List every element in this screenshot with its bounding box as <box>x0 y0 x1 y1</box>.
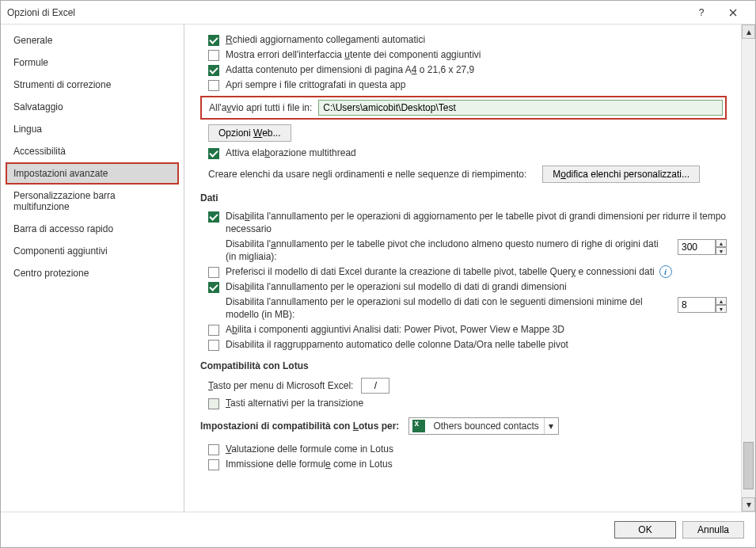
ok-button[interactable]: OK <box>614 521 676 538</box>
web-options-button[interactable]: Opzioni Web... <box>208 124 291 142</box>
pivot-rows-spinner[interactable] <box>678 239 716 255</box>
edit-custom-lists-button[interactable]: Modifica elenchi personalizzati... <box>542 166 700 183</box>
menu-key-input[interactable] <box>361 378 389 394</box>
label-immissione: Immissione delle formule come in Lotus <box>226 458 393 470</box>
help-button[interactable]: ? <box>686 2 717 24</box>
label-mostra: Mostra errori dell'interfaccia utente de… <box>226 48 481 61</box>
chevron-down-icon: ▾ <box>544 418 558 434</box>
checkbox-apri-sempre[interactable] <box>208 80 219 91</box>
nav-lingua[interactable]: Lingua <box>6 118 179 140</box>
heading-dati: Dati <box>200 192 727 204</box>
checkbox-adatta-a4[interactable] <box>208 65 219 76</box>
nav-personalizzazione[interactable]: Personalizzazione barra multifunzione <box>6 185 179 218</box>
label-multithread: Attiva elaborazione multithread <box>226 147 356 159</box>
checkbox-raggruppamento[interactable] <box>208 340 219 351</box>
lotus-sheet-dropdown[interactable]: Others bounced contacts ▾ <box>408 417 558 435</box>
label-preferisci: Preferisci il modello di dati Excel dura… <box>226 265 655 278</box>
checkbox-richiedi-aggiornamento[interactable] <box>208 35 219 46</box>
cancel-button[interactable]: Annulla <box>682 521 744 538</box>
info-icon[interactable]: i <box>659 265 672 278</box>
label-dim-minime: Disabilita l'annullamento per le operazi… <box>208 295 662 321</box>
checkbox-tasti-alternativi[interactable] <box>208 398 219 409</box>
label-compat-per: Impostazioni di compatibilità con Lotus … <box>200 421 399 432</box>
nav-formule[interactable]: Formule <box>6 51 179 74</box>
heading-lotus: Compatibilità con Lotus <box>200 360 727 371</box>
checkbox-preferisci-modello[interactable] <box>208 267 219 278</box>
nav-salvataggio[interactable]: Salvataggio <box>6 96 179 118</box>
checkbox-abilita-analisi[interactable] <box>208 325 219 336</box>
startup-folder-row: All'avvio apri tutti i file in: <box>200 96 727 120</box>
close-icon <box>729 9 737 17</box>
label-creare-elenchi: Creare elenchi da usare negli ordinament… <box>208 169 526 180</box>
checkbox-multithread[interactable] <box>208 148 219 159</box>
label-avvio: All'avvio apri tutti i file in: <box>209 102 312 113</box>
options-panel: Rchiedi aggiornamento collegamenti autom… <box>184 25 739 512</box>
scrollbar-thumb[interactable] <box>743 442 754 489</box>
checkbox-mostra-errori[interactable] <box>208 50 219 61</box>
label-abilita: Abilita i componenti aggiuntivi Analisi … <box>226 323 564 336</box>
label-valutazione: Valutazione delle formule come in Lotus <box>226 443 393 455</box>
spinner-up-icon[interactable]: ▲ <box>716 239 727 247</box>
checkbox-immissione-lotus[interactable] <box>208 459 219 470</box>
nav-centro-protezione[interactable]: Centro protezione <box>6 262 179 284</box>
label-adatta: Adatta contenuto per dimensioni di pagin… <box>226 63 474 76</box>
window-title: Opzioni di Excel <box>7 7 686 18</box>
scrollbar-track[interactable] <box>742 39 755 497</box>
label-tasti-alt: Tasti alternativi per la transizione <box>226 397 363 409</box>
scroll-down-icon[interactable]: ▾ <box>742 497 755 512</box>
label-pivot-numero: Disabilita l'annullamento per le tabelle… <box>208 238 662 263</box>
model-mb-spinner[interactable] <box>678 297 716 313</box>
checkbox-valutazione-lotus[interactable] <box>208 444 219 455</box>
spinner-up-icon[interactable]: ▲ <box>716 297 727 305</box>
close-button[interactable] <box>717 2 749 24</box>
excel-sheet-icon <box>412 420 425 432</box>
label-apri-sempre: Apri sempre i file crittografati in ques… <box>226 78 405 91</box>
checkbox-pivot-grandi[interactable] <box>208 211 219 223</box>
spinner-down-icon[interactable]: ▼ <box>716 247 727 255</box>
nav-componenti[interactable]: Componenti aggiuntivi <box>6 240 179 262</box>
checkbox-disab-modello[interactable] <box>208 282 219 293</box>
vertical-scrollbar[interactable]: ▴ ▾ <box>741 25 755 512</box>
scroll-up-icon[interactable]: ▴ <box>742 25 755 39</box>
label-richiedi: Rchiedi aggiornamento collegamenti autom… <box>226 33 425 46</box>
dialog-footer: OK Annulla <box>1 512 755 547</box>
label-pivot-grandi: Disabilita l'annullamento per le operazi… <box>226 210 727 235</box>
label-tasto-menu: Tasto per menu di Microsoft Excel: <box>208 380 353 391</box>
dropdown-value: Others bounced contacts <box>428 421 543 432</box>
startup-folder-input[interactable] <box>318 100 723 116</box>
sidebar: Generale Formule Strumenti di correzione… <box>1 25 184 512</box>
label-disab-modello: Disabilita l'annullamento per le operazi… <box>226 280 567 293</box>
spinner-down-icon[interactable]: ▼ <box>716 305 727 313</box>
titlebar: Opzioni di Excel ? <box>1 1 755 25</box>
label-raggruppamento: Disabilita il raggruppamento automatico … <box>226 338 568 351</box>
nav-barra-accesso[interactable]: Barra di accesso rapido <box>6 218 179 240</box>
nav-accessibilita[interactable]: Accessibilità <box>6 140 179 162</box>
nav-impostazioni-avanzate[interactable]: Impostazioni avanzate <box>6 162 179 185</box>
nav-generale[interactable]: Generale <box>6 29 179 51</box>
nav-strumenti[interactable]: Strumenti di correzione <box>6 74 179 96</box>
